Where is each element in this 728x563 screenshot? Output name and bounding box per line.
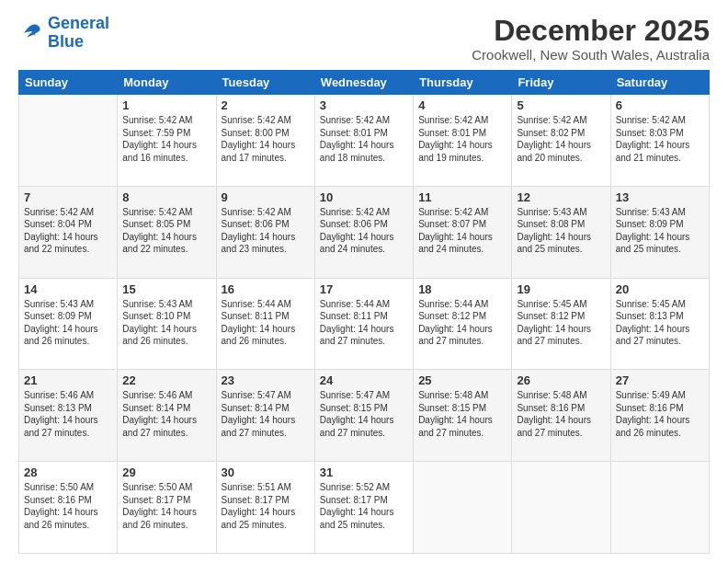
table-row: 23 Sunrise: 5:47 AMSunset: 8:14 PMDaylig… bbox=[216, 370, 314, 462]
table-row: 3 Sunrise: 5:42 AMSunset: 8:01 PMDayligh… bbox=[314, 95, 413, 187]
cell-content: Sunrise: 5:45 AMSunset: 8:12 PMDaylight:… bbox=[517, 299, 591, 347]
calendar-header-row: Sunday Monday Tuesday Wednesday Thursday… bbox=[19, 71, 710, 95]
table-row: 29 Sunrise: 5:50 AMSunset: 8:17 PMDaylig… bbox=[118, 462, 216, 554]
title-block: December 2025 Crookwell, New South Wales… bbox=[472, 15, 710, 63]
table-row: 10 Sunrise: 5:42 AMSunset: 8:06 PMDaylig… bbox=[314, 186, 413, 278]
day-number: 11 bbox=[418, 190, 506, 204]
cell-content: Sunrise: 5:50 AMSunset: 8:16 PMDaylight:… bbox=[24, 482, 98, 530]
day-number: 17 bbox=[320, 282, 408, 296]
cell-content: Sunrise: 5:42 AMSunset: 8:06 PMDaylight:… bbox=[222, 207, 296, 255]
calendar-week-row: 28 Sunrise: 5:50 AMSunset: 8:16 PMDaylig… bbox=[19, 462, 710, 554]
col-saturday: Saturday bbox=[610, 71, 709, 95]
table-row: 27 Sunrise: 5:49 AMSunset: 8:16 PMDaylig… bbox=[610, 370, 709, 462]
day-number: 10 bbox=[320, 190, 408, 204]
cell-content: Sunrise: 5:47 AMSunset: 8:14 PMDaylight:… bbox=[222, 390, 296, 438]
day-number: 5 bbox=[517, 98, 605, 112]
col-monday: Monday bbox=[118, 71, 216, 95]
table-row: 26 Sunrise: 5:48 AMSunset: 8:16 PMDaylig… bbox=[512, 370, 610, 462]
calendar-week-row: 14 Sunrise: 5:43 AMSunset: 8:09 PMDaylig… bbox=[19, 278, 710, 370]
cell-content: Sunrise: 5:42 AMSunset: 8:01 PMDaylight:… bbox=[320, 115, 394, 163]
day-number: 2 bbox=[222, 98, 310, 112]
day-number: 22 bbox=[122, 373, 210, 387]
day-number: 7 bbox=[24, 190, 112, 204]
table-row: 6 Sunrise: 5:42 AMSunset: 8:03 PMDayligh… bbox=[610, 95, 709, 187]
table-row: 14 Sunrise: 5:43 AMSunset: 8:09 PMDaylig… bbox=[19, 278, 118, 370]
table-row: 21 Sunrise: 5:46 AMSunset: 8:13 PMDaylig… bbox=[19, 370, 118, 462]
day-number: 12 bbox=[517, 190, 605, 204]
day-number: 9 bbox=[222, 190, 310, 204]
cell-content: Sunrise: 5:51 AMSunset: 8:17 PMDaylight:… bbox=[222, 482, 296, 530]
day-number: 8 bbox=[122, 190, 210, 204]
table-row: 22 Sunrise: 5:46 AMSunset: 8:14 PMDaylig… bbox=[118, 370, 216, 462]
calendar-week-row: 1 Sunrise: 5:42 AMSunset: 7:59 PMDayligh… bbox=[19, 95, 710, 187]
day-number: 4 bbox=[418, 98, 506, 112]
cell-content: Sunrise: 5:44 AMSunset: 8:11 PMDaylight:… bbox=[320, 299, 394, 347]
cell-content: Sunrise: 5:42 AMSunset: 8:01 PMDaylight:… bbox=[418, 115, 493, 163]
cell-content: Sunrise: 5:43 AMSunset: 8:10 PMDaylight:… bbox=[122, 299, 197, 347]
month-title: December 2025 bbox=[472, 15, 710, 47]
cell-content: Sunrise: 5:44 AMSunset: 8:12 PMDaylight:… bbox=[418, 299, 493, 347]
table-row: 31 Sunrise: 5:52 AMSunset: 8:17 PMDaylig… bbox=[314, 462, 413, 554]
logo-line1: General bbox=[48, 14, 109, 32]
cell-content: Sunrise: 5:42 AMSunset: 8:03 PMDaylight:… bbox=[616, 115, 690, 163]
cell-content: Sunrise: 5:45 AMSunset: 8:13 PMDaylight:… bbox=[616, 299, 690, 347]
table-row: 15 Sunrise: 5:43 AMSunset: 8:10 PMDaylig… bbox=[118, 278, 216, 370]
table-row: 2 Sunrise: 5:42 AMSunset: 8:00 PMDayligh… bbox=[216, 95, 314, 187]
table-row bbox=[512, 462, 610, 554]
day-number: 21 bbox=[24, 373, 112, 387]
day-number: 1 bbox=[122, 98, 210, 112]
table-row bbox=[414, 462, 512, 554]
day-number: 31 bbox=[320, 465, 408, 479]
day-number: 30 bbox=[222, 465, 310, 479]
cell-content: Sunrise: 5:48 AMSunset: 8:16 PMDaylight:… bbox=[517, 390, 591, 438]
day-number: 3 bbox=[320, 98, 408, 112]
col-wednesday: Wednesday bbox=[314, 71, 413, 95]
cell-content: Sunrise: 5:42 AMSunset: 8:07 PMDaylight:… bbox=[418, 207, 493, 255]
cell-content: Sunrise: 5:46 AMSunset: 8:13 PMDaylight:… bbox=[24, 390, 98, 438]
logo: General Blue bbox=[18, 15, 109, 52]
col-thursday: Thursday bbox=[414, 71, 512, 95]
table-row: 7 Sunrise: 5:42 AMSunset: 8:04 PMDayligh… bbox=[19, 186, 118, 278]
day-number: 16 bbox=[222, 282, 310, 296]
col-sunday: Sunday bbox=[19, 71, 118, 95]
table-row: 25 Sunrise: 5:48 AMSunset: 8:15 PMDaylig… bbox=[414, 370, 512, 462]
cell-content: Sunrise: 5:52 AMSunset: 8:17 PMDaylight:… bbox=[320, 482, 394, 530]
cell-content: Sunrise: 5:49 AMSunset: 8:16 PMDaylight:… bbox=[616, 390, 690, 438]
cell-content: Sunrise: 5:48 AMSunset: 8:15 PMDaylight:… bbox=[418, 390, 493, 438]
table-row bbox=[19, 95, 118, 187]
cell-content: Sunrise: 5:50 AMSunset: 8:17 PMDaylight:… bbox=[122, 482, 197, 530]
cell-content: Sunrise: 5:42 AMSunset: 8:05 PMDaylight:… bbox=[122, 207, 197, 255]
calendar-week-row: 7 Sunrise: 5:42 AMSunset: 8:04 PMDayligh… bbox=[19, 186, 710, 278]
table-row: 28 Sunrise: 5:50 AMSunset: 8:16 PMDaylig… bbox=[19, 462, 118, 554]
calendar-week-row: 21 Sunrise: 5:46 AMSunset: 8:13 PMDaylig… bbox=[19, 370, 710, 462]
day-number: 20 bbox=[616, 282, 704, 296]
day-number: 29 bbox=[122, 465, 210, 479]
cell-content: Sunrise: 5:42 AMSunset: 8:02 PMDaylight:… bbox=[517, 115, 591, 163]
logo-line2: Blue bbox=[48, 32, 84, 51]
table-row: 12 Sunrise: 5:43 AMSunset: 8:08 PMDaylig… bbox=[512, 186, 610, 278]
day-number: 26 bbox=[517, 373, 605, 387]
day-number: 15 bbox=[122, 282, 210, 296]
table-row: 4 Sunrise: 5:42 AMSunset: 8:01 PMDayligh… bbox=[414, 95, 512, 187]
cell-content: Sunrise: 5:42 AMSunset: 8:06 PMDaylight:… bbox=[320, 207, 394, 255]
day-number: 6 bbox=[616, 98, 704, 112]
calendar-table: Sunday Monday Tuesday Wednesday Thursday… bbox=[18, 70, 710, 554]
cell-content: Sunrise: 5:43 AMSunset: 8:09 PMDaylight:… bbox=[24, 299, 98, 347]
table-row: 5 Sunrise: 5:42 AMSunset: 8:02 PMDayligh… bbox=[512, 95, 610, 187]
day-number: 24 bbox=[320, 373, 408, 387]
table-row: 16 Sunrise: 5:44 AMSunset: 8:11 PMDaylig… bbox=[216, 278, 314, 370]
day-number: 14 bbox=[24, 282, 112, 296]
cell-content: Sunrise: 5:42 AMSunset: 8:00 PMDaylight:… bbox=[222, 115, 296, 163]
table-row: 9 Sunrise: 5:42 AMSunset: 8:06 PMDayligh… bbox=[216, 186, 314, 278]
cell-content: Sunrise: 5:42 AMSunset: 8:04 PMDaylight:… bbox=[24, 207, 98, 255]
cell-content: Sunrise: 5:47 AMSunset: 8:15 PMDaylight:… bbox=[320, 390, 394, 438]
table-row: 20 Sunrise: 5:45 AMSunset: 8:13 PMDaylig… bbox=[610, 278, 709, 370]
table-row: 1 Sunrise: 5:42 AMSunset: 7:59 PMDayligh… bbox=[118, 95, 216, 187]
col-friday: Friday bbox=[512, 71, 610, 95]
table-row: 13 Sunrise: 5:43 AMSunset: 8:09 PMDaylig… bbox=[610, 186, 709, 278]
table-row: 19 Sunrise: 5:45 AMSunset: 8:12 PMDaylig… bbox=[512, 278, 610, 370]
cell-content: Sunrise: 5:44 AMSunset: 8:11 PMDaylight:… bbox=[222, 299, 296, 347]
table-row: 17 Sunrise: 5:44 AMSunset: 8:11 PMDaylig… bbox=[314, 278, 413, 370]
table-row bbox=[610, 462, 709, 554]
cell-content: Sunrise: 5:46 AMSunset: 8:14 PMDaylight:… bbox=[122, 390, 197, 438]
